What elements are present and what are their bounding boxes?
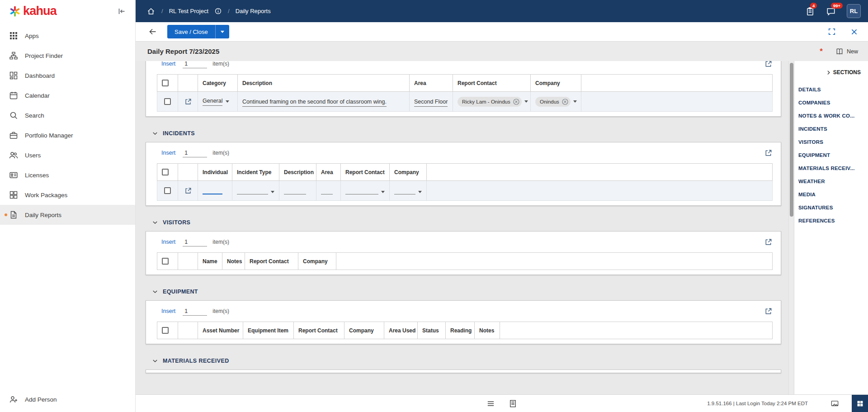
open-row-icon[interactable] (184, 187, 192, 195)
save-close-label[interactable]: Save / Close (167, 25, 215, 38)
open-row-icon[interactable] (184, 98, 192, 106)
section-link-materials-received[interactable]: MATERIALS RECEIV... (798, 161, 863, 175)
chevron-down-icon[interactable] (271, 191, 274, 193)
chip-remove-icon[interactable] (562, 99, 568, 105)
notes-insert-link[interactable]: Insert (161, 61, 175, 67)
user-avatar[interactable]: RL (847, 4, 861, 18)
visitors-insert-count-input[interactable] (183, 238, 207, 246)
chevron-down-icon[interactable] (524, 100, 528, 103)
sidebar-item-users[interactable]: Users (0, 145, 135, 165)
sidebar-item-calendar[interactable]: Calendar (0, 85, 135, 105)
messages-button[interactable]: 99+ (826, 6, 836, 16)
section-header-visitors[interactable]: VISITORS (152, 219, 788, 226)
chevron-down-icon (152, 289, 158, 295)
nav-label: Daily Reports (25, 212, 61, 218)
section-link-details[interactable]: DETAILS (798, 83, 863, 96)
section-link-media[interactable]: MEDIA (798, 188, 863, 201)
incidents-open-grid-button[interactable] (763, 148, 774, 158)
section-header-incidents[interactable]: INCIDENTS (152, 130, 788, 137)
chevron-down-icon[interactable] (226, 100, 229, 103)
add-person-button[interactable]: Add Person (0, 389, 135, 409)
notes-open-grid-button[interactable] (763, 61, 774, 69)
expand-fullscreen-button[interactable] (827, 27, 837, 37)
sidebar-item-work-packages[interactable]: Work Packages (0, 185, 135, 205)
section-link-incidents[interactable]: INCIDENTS (798, 122, 863, 135)
close-record-button[interactable] (849, 27, 859, 37)
chip-remove-icon[interactable] (513, 99, 519, 105)
select-all-checkbox[interactable] (162, 169, 169, 175)
section-header-materials-received[interactable]: MATERIALS RECEIVED (152, 358, 788, 364)
notes-insert-count-input[interactable] (183, 61, 207, 68)
breadcrumb-project[interactable]: RL Test Project (169, 8, 208, 14)
select-all-checkbox[interactable] (162, 327, 169, 334)
section-link-weather[interactable]: WEATHER (798, 175, 863, 188)
sidebar-item-licenses[interactable]: Licenses (0, 165, 135, 185)
column-header-category: Category (198, 75, 238, 92)
section-link-notes-work-completed[interactable]: NOTES & WORK CO... (798, 109, 863, 122)
incidents-insert-count-input[interactable] (183, 149, 207, 157)
equipment-open-grid-button[interactable] (763, 306, 774, 317)
detail-view-button[interactable] (508, 398, 518, 409)
sidebar-item-search[interactable]: Search (0, 105, 135, 125)
log-view-button[interactable] (486, 398, 496, 409)
breadcrumb-section[interactable]: Daily Reports (236, 8, 271, 14)
save-close-button[interactable]: Save / Close (167, 25, 229, 38)
sidebar-item-dashboard[interactable]: Dashboard (0, 66, 135, 85)
select-all-checkbox[interactable] (162, 80, 169, 86)
scrollbar-thumb[interactable] (790, 63, 793, 217)
vertical-scrollbar[interactable] (788, 61, 794, 394)
chevron-down-icon[interactable] (381, 191, 385, 193)
column-header-filler (581, 75, 773, 92)
open-in-new-icon (764, 149, 773, 157)
report-contact-field[interactable] (345, 187, 378, 194)
section-header-equipment[interactable]: EQUIPMENT (152, 289, 788, 295)
equipment-insert-link[interactable]: Insert (161, 308, 175, 314)
windows-taskbar-button[interactable] (852, 395, 868, 412)
row-checkbox[interactable] (164, 187, 171, 194)
equipment-header-row: Asset Number Equipment Item Report Conta… (157, 322, 773, 339)
section-link-companies[interactable]: COMPANIES (798, 96, 863, 109)
sidebar-collapse-button[interactable] (115, 5, 128, 18)
notes-work-completed-card: Insert item(s) Category Description Area (146, 61, 781, 117)
equipment-insert-count-input[interactable] (183, 307, 207, 316)
company-chip[interactable]: Onindus (535, 97, 571, 107)
column-header (178, 253, 198, 270)
description-field[interactable] (284, 187, 306, 194)
back-button[interactable] (147, 26, 158, 37)
company-field[interactable] (394, 187, 415, 194)
incident-type-field[interactable] (237, 187, 268, 194)
section-link-references[interactable]: REFERENCES (798, 214, 863, 227)
category-field[interactable]: General (203, 98, 222, 106)
row-checkbox[interactable] (164, 98, 171, 105)
column-header-company: Company (344, 322, 384, 339)
individual-field[interactable] (203, 187, 222, 194)
sidebar-item-project-finder[interactable]: Project Finder (0, 46, 135, 66)
new-record-button[interactable]: New (835, 47, 858, 56)
area-field[interactable]: Second Floor (414, 99, 448, 107)
sidebar-item-daily-reports[interactable]: Daily Reports (0, 205, 135, 225)
visitors-open-grid-button[interactable] (763, 237, 774, 247)
sidebar-item-portfolio-manager[interactable]: Portfolio Manager (0, 125, 135, 145)
select-all-checkbox[interactable] (162, 258, 169, 265)
incidents-insert-link[interactable]: Insert (161, 150, 175, 156)
screenshot-button[interactable] (830, 399, 839, 408)
section-link-equipment[interactable]: EQUIPMENT (798, 148, 863, 161)
report-contact-chip[interactable]: Ricky Lam - Onindus (458, 97, 522, 107)
section-link-signatures[interactable]: SIGNATURES (798, 201, 863, 214)
visitors-insert-link[interactable]: Insert (161, 239, 175, 245)
incidents-table: Individual Incident Type Description Are… (157, 163, 773, 201)
tasks-button[interactable]: 4 (805, 6, 815, 16)
section-link-visitors[interactable]: VISITORS (798, 135, 863, 148)
chevron-down-icon[interactable] (573, 100, 577, 103)
description-field[interactable]: Continued framing on the second floor of… (242, 99, 387, 107)
sections-panel-toggle[interactable]: SECTIONS (798, 66, 863, 83)
save-options-dropdown[interactable] (216, 25, 229, 38)
home-button[interactable] (146, 7, 156, 16)
project-info-button[interactable] (214, 7, 222, 15)
sidebar-item-apps[interactable]: Apps (0, 26, 135, 46)
area-field[interactable] (321, 187, 333, 194)
chevron-down-icon[interactable] (418, 191, 422, 193)
users-icon (9, 151, 18, 160)
chip-label: Ricky Lam - Onindus (462, 99, 510, 104)
kahua-logo-star-icon (9, 5, 21, 17)
